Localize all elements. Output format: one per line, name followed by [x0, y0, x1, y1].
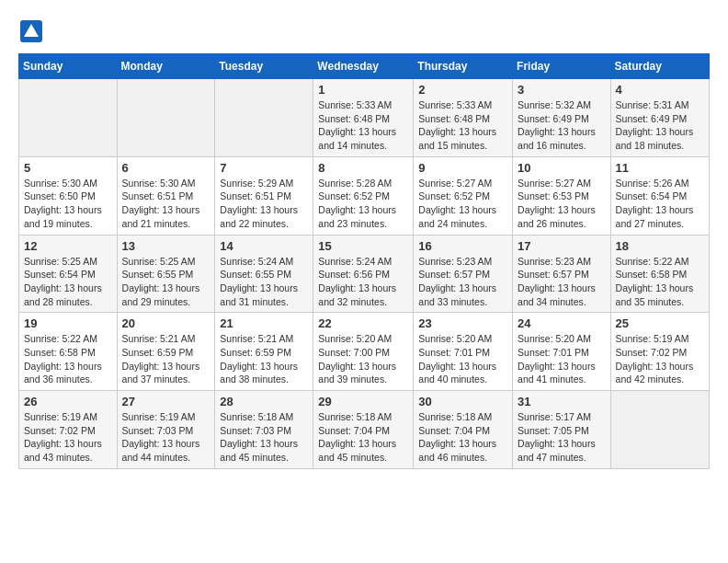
calendar-cell: 20Sunrise: 5:21 AM Sunset: 6:59 PM Dayli… [117, 313, 215, 391]
cell-info: Sunrise: 5:32 AM Sunset: 6:49 PM Dayligh… [518, 98, 606, 153]
cell-info: Sunrise: 5:22 AM Sunset: 6:58 PM Dayligh… [616, 255, 704, 309]
day-number: 7 [220, 161, 308, 175]
cell-info: Sunrise: 5:23 AM Sunset: 6:57 PM Dayligh… [518, 255, 606, 309]
day-number: 22 [318, 316, 408, 330]
week-row-0: 1Sunrise: 5:33 AM Sunset: 6:48 PM Daylig… [19, 79, 710, 157]
day-number: 9 [418, 161, 507, 175]
cell-info: Sunrise: 5:18 AM Sunset: 7:03 PM Dayligh… [220, 410, 308, 465]
day-header-saturday: Saturday [610, 54, 709, 79]
cell-info: Sunrise: 5:20 AM Sunset: 7:01 PM Dayligh… [418, 332, 507, 386]
calendar-cell: 28Sunrise: 5:18 AM Sunset: 7:03 PM Dayli… [215, 391, 313, 469]
day-number: 14 [220, 239, 308, 253]
calendar-cell: 10Sunrise: 5:27 AM Sunset: 6:53 PM Dayli… [513, 156, 611, 235]
calendar-cell: 23Sunrise: 5:20 AM Sunset: 7:01 PM Dayli… [414, 313, 513, 391]
day-number: 2 [418, 83, 507, 97]
cell-info: Sunrise: 5:19 AM Sunset: 7:02 PM Dayligh… [24, 410, 112, 465]
day-number: 11 [616, 161, 704, 175]
calendar-cell: 13Sunrise: 5:25 AM Sunset: 6:55 PM Dayli… [117, 235, 215, 313]
calendar-cell: 11Sunrise: 5:26 AM Sunset: 6:54 PM Dayli… [610, 156, 709, 235]
calendar-cell [610, 391, 709, 469]
day-number: 18 [616, 239, 704, 253]
cell-info: Sunrise: 5:27 AM Sunset: 6:52 PM Dayligh… [418, 177, 507, 231]
calendar-cell: 29Sunrise: 5:18 AM Sunset: 7:04 PM Dayli… [313, 391, 414, 469]
cell-info: Sunrise: 5:28 AM Sunset: 6:52 PM Dayligh… [318, 177, 408, 231]
cell-info: Sunrise: 5:21 AM Sunset: 6:59 PM Dayligh… [220, 332, 308, 386]
day-number: 25 [616, 316, 704, 330]
cell-info: Sunrise: 5:25 AM Sunset: 6:54 PM Dayligh… [24, 255, 112, 309]
cell-info: Sunrise: 5:27 AM Sunset: 6:53 PM Dayligh… [518, 177, 606, 231]
calendar-cell: 24Sunrise: 5:20 AM Sunset: 7:01 PM Dayli… [513, 313, 611, 391]
day-number: 31 [518, 395, 606, 408]
day-number: 3 [518, 83, 606, 97]
calendar-cell: 31Sunrise: 5:17 AM Sunset: 7:05 PM Dayli… [513, 391, 611, 469]
day-number: 16 [418, 239, 507, 253]
calendar-cell: 9Sunrise: 5:27 AM Sunset: 6:52 PM Daylig… [414, 156, 513, 235]
cell-info: Sunrise: 5:24 AM Sunset: 6:56 PM Dayligh… [318, 255, 408, 309]
day-number: 8 [318, 161, 408, 175]
cell-info: Sunrise: 5:23 AM Sunset: 6:57 PM Dayligh… [418, 255, 507, 309]
day-header-friday: Friday [513, 54, 611, 79]
day-number: 12 [24, 239, 112, 253]
calendar-cell: 30Sunrise: 5:18 AM Sunset: 7:04 PM Dayli… [414, 391, 513, 469]
day-number: 5 [24, 161, 112, 175]
day-header-thursday: Thursday [414, 54, 513, 79]
day-number: 24 [518, 316, 606, 330]
day-number: 4 [616, 83, 704, 97]
day-header-sunday: Sunday [19, 54, 118, 79]
logo [18, 18, 48, 44]
calendar-cell: 7Sunrise: 5:29 AM Sunset: 6:51 PM Daylig… [215, 156, 313, 235]
cell-info: Sunrise: 5:19 AM Sunset: 7:03 PM Dayligh… [122, 410, 210, 465]
calendar-cell: 8Sunrise: 5:28 AM Sunset: 6:52 PM Daylig… [313, 156, 414, 235]
day-header-wednesday: Wednesday [313, 54, 414, 79]
day-number: 26 [24, 395, 112, 408]
calendar-cell: 2Sunrise: 5:33 AM Sunset: 6:48 PM Daylig… [414, 79, 513, 157]
cell-info: Sunrise: 5:33 AM Sunset: 6:48 PM Dayligh… [318, 98, 408, 153]
calendar-table: SundayMondayTuesdayWednesdayThursdayFrid… [18, 53, 710, 469]
calendar-cell: 14Sunrise: 5:24 AM Sunset: 6:55 PM Dayli… [215, 235, 313, 313]
day-number: 15 [318, 239, 408, 253]
cell-info: Sunrise: 5:17 AM Sunset: 7:05 PM Dayligh… [518, 410, 606, 465]
calendar-cell [215, 79, 313, 157]
day-number: 30 [418, 395, 507, 408]
day-number: 23 [418, 316, 507, 330]
calendar-cell [19, 79, 118, 157]
cell-info: Sunrise: 5:31 AM Sunset: 6:49 PM Dayligh… [616, 98, 704, 153]
cell-info: Sunrise: 5:19 AM Sunset: 7:02 PM Dayligh… [616, 332, 704, 386]
calendar-cell: 3Sunrise: 5:32 AM Sunset: 6:49 PM Daylig… [513, 79, 611, 157]
calendar-cell: 15Sunrise: 5:24 AM Sunset: 6:56 PM Dayli… [313, 235, 414, 313]
cell-info: Sunrise: 5:18 AM Sunset: 7:04 PM Dayligh… [318, 410, 408, 465]
week-row-2: 12Sunrise: 5:25 AM Sunset: 6:54 PM Dayli… [19, 235, 710, 313]
page-header [18, 18, 710, 44]
calendar-cell [117, 79, 215, 157]
calendar-cell: 4Sunrise: 5:31 AM Sunset: 6:49 PM Daylig… [610, 79, 709, 157]
calendar-cell: 1Sunrise: 5:33 AM Sunset: 6:48 PM Daylig… [313, 79, 414, 157]
day-header-monday: Monday [117, 54, 215, 79]
calendar-cell: 17Sunrise: 5:23 AM Sunset: 6:57 PM Dayli… [513, 235, 611, 313]
day-number: 27 [122, 395, 210, 408]
calendar-cell: 12Sunrise: 5:25 AM Sunset: 6:54 PM Dayli… [19, 235, 118, 313]
day-number: 10 [518, 161, 606, 175]
cell-info: Sunrise: 5:20 AM Sunset: 7:00 PM Dayligh… [318, 332, 408, 386]
day-number: 21 [220, 316, 308, 330]
day-number: 19 [24, 316, 112, 330]
logo-icon [18, 18, 44, 44]
cell-info: Sunrise: 5:25 AM Sunset: 6:55 PM Dayligh… [122, 255, 210, 309]
cell-info: Sunrise: 5:18 AM Sunset: 7:04 PM Dayligh… [418, 410, 507, 465]
day-number: 29 [318, 395, 408, 408]
calendar-cell: 26Sunrise: 5:19 AM Sunset: 7:02 PM Dayli… [19, 391, 118, 469]
week-row-4: 26Sunrise: 5:19 AM Sunset: 7:02 PM Dayli… [19, 391, 710, 469]
cell-info: Sunrise: 5:20 AM Sunset: 7:01 PM Dayligh… [518, 332, 606, 386]
days-header-row: SundayMondayTuesdayWednesdayThursdayFrid… [19, 54, 710, 79]
day-number: 17 [518, 239, 606, 253]
week-row-3: 19Sunrise: 5:22 AM Sunset: 6:58 PM Dayli… [19, 313, 710, 391]
day-number: 28 [220, 395, 308, 408]
cell-info: Sunrise: 5:24 AM Sunset: 6:55 PM Dayligh… [220, 255, 308, 309]
cell-info: Sunrise: 5:30 AM Sunset: 6:50 PM Dayligh… [24, 177, 112, 231]
cell-info: Sunrise: 5:29 AM Sunset: 6:51 PM Dayligh… [220, 177, 308, 231]
calendar-cell: 18Sunrise: 5:22 AM Sunset: 6:58 PM Dayli… [610, 235, 709, 313]
calendar-cell: 19Sunrise: 5:22 AM Sunset: 6:58 PM Dayli… [19, 313, 118, 391]
day-number: 6 [122, 161, 210, 175]
day-number: 13 [122, 239, 210, 253]
calendar-cell: 27Sunrise: 5:19 AM Sunset: 7:03 PM Dayli… [117, 391, 215, 469]
day-number: 1 [318, 83, 408, 97]
